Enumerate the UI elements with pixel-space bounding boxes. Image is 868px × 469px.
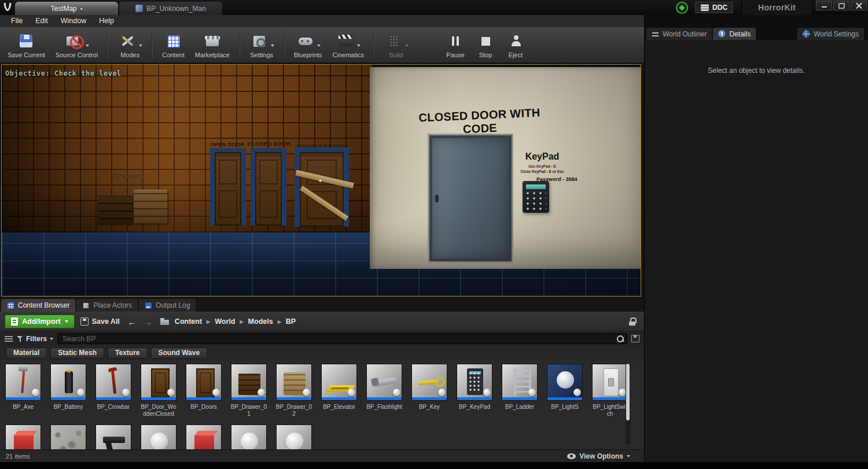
filter-chip-static-mesh[interactable]: Static Mesh [50,348,104,359]
crosshair-dot [319,180,321,182]
details-empty-message: Select an object to view details. [645,67,868,75]
toolbar-button-label: Blueprints [294,51,322,58]
asset-bp-axe[interactable]: BP_Axe [5,364,42,418]
asset-bp-drawer-01[interactable]: BP_Drawer_01 [230,364,267,418]
viewport[interactable]: Drawers Open Drawer - E Move mouse Up an… [1,64,641,297]
filter-chip-sound-wave[interactable]: Sound Wave [151,348,208,359]
main-area: FileEditWindowHelp Save CurrentSource Co… [0,15,868,462]
asset-bp-door-woddenclosed[interactable]: BP_Door_WoddenClosed [140,364,177,418]
dresser-left [98,195,134,226]
panel-tab-content-browser[interactable]: Content Browser [1,299,75,312]
add-import-button[interactable]: Add/Import [5,315,75,328]
asset-bp-flashlight[interactable]: BP_Flashlight [366,364,403,418]
breadcrumb-separator-icon: ▶ [207,319,210,324]
restore-button[interactable] [833,1,849,10]
blueprints-button[interactable]: Blueprints [289,28,328,61]
asset-item[interactable] [185,424,222,449]
breadcrumb-world[interactable]: World [215,317,235,326]
search-box [57,333,627,344]
minimize-button[interactable] [816,1,832,10]
settings-button[interactable]: Settings [244,28,279,61]
modes-button[interactable]: Modes [112,28,148,61]
toolbar-separator [107,32,108,58]
breadcrumb-content[interactable]: Content [175,317,202,326]
asset-bp-drawer-02[interactable]: BP_Drawer_02 [275,364,312,418]
blueprints-icon [296,32,315,50]
tab-details[interactable]: Details [713,28,756,40]
asset-item[interactable] [275,424,312,449]
tab-world-settings[interactable]: World Settings [797,28,864,40]
asset-thumbnail [321,364,357,401]
source-control-button[interactable]: Source Control [50,28,103,61]
asset-state-badge [258,389,265,396]
asset-bp-battery[interactable]: BP_Battery [50,364,87,418]
content-browser-toolbar: Add/Import Save All ← → Content▶World▶Mo… [0,312,644,331]
asset-bp-keypad[interactable]: BP_KeyPad [456,364,493,418]
lock-icon[interactable] [628,317,636,326]
asset-row [5,424,644,449]
stop-button[interactable]: Stop [470,28,501,61]
active-filter-chips: MaterialStatic MeshTextureSound Wave [0,346,644,360]
asset-bp-lights[interactable]: BP_LightS [546,364,583,418]
scrollbar-thumb[interactable] [626,364,630,420]
asset-name: BP_Crowbar [97,404,130,411]
asset-bp-crowbar[interactable]: BP_Crowbar [95,364,132,418]
toolbar-buttons: Save CurrentSource ControlModesContentMa… [0,27,533,62]
breadcrumb-bp[interactable]: BP [286,317,296,326]
build-button: Build [378,28,414,61]
filter-chip-material[interactable]: Material [6,348,47,359]
asset-bp-elevator[interactable]: BP_Elevator [321,364,358,418]
asset-grid-scrollbar[interactable] [626,363,630,445]
save-search-icon[interactable] [631,335,639,342]
marketplace-button[interactable]: Marketplace [190,28,235,61]
menu-window[interactable]: Window [54,15,93,27]
editor-tab-bp-unknown-man[interactable]: BP_Unknown_Man [119,2,222,15]
eject-button[interactable]: Eject [501,28,531,61]
menu-help[interactable]: Help [93,15,120,27]
save-all-button[interactable]: Save All [80,317,120,326]
asset-grid[interactable]: BP_AxeBP_BatteryBP_CrowbarBP_Door_Wodden… [0,360,644,449]
asset-bp-doors[interactable]: BP_Doors [185,364,222,418]
save-current-button[interactable]: Save Current [2,28,50,61]
close-button[interactable] [851,1,867,10]
toolbar-button-label: Modes [120,51,139,58]
green-orb-icon[interactable] [676,2,688,14]
ddc-button[interactable]: DDC [695,2,733,13]
content-browser-icon [7,302,14,309]
asset-item[interactable] [5,424,42,449]
asset-bp-lightswitch[interactable]: BP_LightSwitch [591,364,628,418]
panel-tab-output-log[interactable]: Output Log [139,299,196,312]
forward-button[interactable]: → [144,317,152,327]
asset-thumbnail [186,364,222,401]
cinematics-button[interactable]: Cinematics [328,28,369,61]
menu-file[interactable]: File [5,15,29,27]
asset-thumbnail [141,424,176,449]
asset-state-badge [167,389,175,396]
asset-bp-ladder[interactable]: BP_Ladder [501,364,538,418]
unreal-logo[interactable] [0,0,15,15]
search-input[interactable] [57,333,627,344]
asset-state-badge [348,389,355,396]
menu-edit[interactable]: Edit [29,15,54,27]
back-button[interactable]: ← [128,317,137,327]
label-closed-door-code: CLOSED DOOR WITH CODE [401,105,558,139]
asset-thumbnail [50,364,86,401]
content-button[interactable]: Content [157,28,190,61]
breadcrumb-models[interactable]: Models [248,317,273,326]
filters-button[interactable]: Filters [17,335,53,343]
marketplace-icon [203,32,222,50]
pause-button[interactable]: Pause [440,28,470,61]
tab-world-outliner[interactable]: World Outliner [646,28,712,40]
view-options-button[interactable]: View Options [567,452,638,460]
asset-bp-key[interactable]: BP_Key [411,364,448,418]
blueprint-type-bar [367,397,402,400]
panel-tab-place-actors[interactable]: Place Actors [76,299,138,312]
asset-item[interactable] [140,424,177,449]
asset-item[interactable] [50,424,87,449]
sources-panel-icon[interactable] [5,335,13,342]
asset-item[interactable] [230,424,267,449]
asset-item[interactable] [95,424,132,449]
editor-tab-testmap[interactable]: TestMap• [15,2,118,15]
filter-chip-texture[interactable]: Texture [108,348,147,359]
viewport-scene[interactable]: Drawers Open Drawer - E Move mouse Up an… [2,65,641,296]
